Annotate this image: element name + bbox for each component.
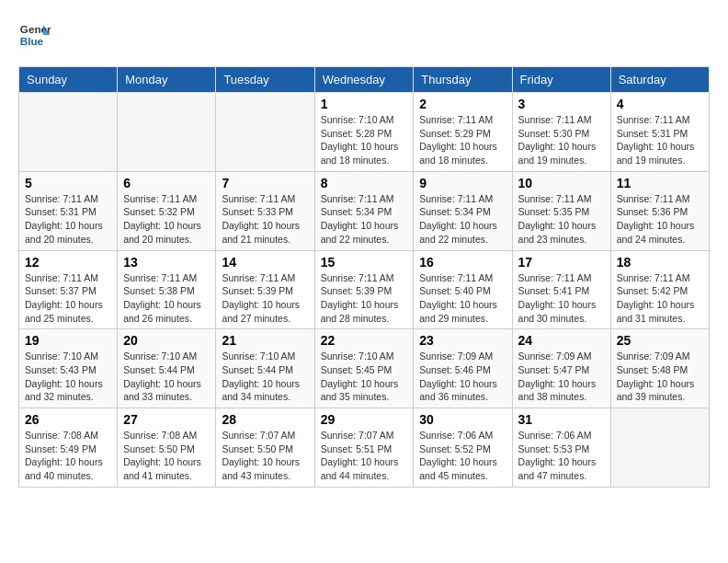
calendar-day-cell: 6Sunrise: 7:11 AMSunset: 5:32 PMDaylight… bbox=[118, 171, 216, 250]
calendar-day-cell: 31Sunrise: 7:06 AMSunset: 5:53 PMDayligh… bbox=[512, 408, 610, 488]
calendar-header-monday: Monday bbox=[118, 67, 216, 93]
calendar-week-row: 1Sunrise: 7:10 AMSunset: 5:28 PMDaylight… bbox=[19, 93, 710, 172]
calendar-day-cell: 14Sunrise: 7:11 AMSunset: 5:39 PMDayligh… bbox=[216, 250, 314, 329]
day-info: Sunrise: 7:10 AMSunset: 5:45 PMDaylight:… bbox=[321, 350, 408, 404]
logo-icon: General Blue bbox=[18, 18, 51, 52]
calendar-day-cell: 29Sunrise: 7:07 AMSunset: 5:51 PMDayligh… bbox=[314, 408, 414, 488]
day-number: 16 bbox=[419, 255, 506, 270]
day-number: 18 bbox=[617, 255, 703, 270]
calendar-day-cell: 11Sunrise: 7:11 AMSunset: 5:36 PMDayligh… bbox=[610, 171, 709, 250]
calendar-day-cell: 8Sunrise: 7:11 AMSunset: 5:34 PMDaylight… bbox=[314, 171, 414, 250]
calendar-day-cell: 25Sunrise: 7:09 AMSunset: 5:48 PMDayligh… bbox=[610, 329, 709, 408]
calendar-day-cell: 20Sunrise: 7:10 AMSunset: 5:44 PMDayligh… bbox=[118, 329, 216, 408]
calendar-day-cell: 10Sunrise: 7:11 AMSunset: 5:35 PMDayligh… bbox=[512, 171, 610, 250]
day-info: Sunrise: 7:11 AMSunset: 5:39 PMDaylight:… bbox=[222, 271, 308, 326]
calendar-day-cell: 19Sunrise: 7:10 AMSunset: 5:43 PMDayligh… bbox=[19, 329, 118, 408]
day-info: Sunrise: 7:11 AMSunset: 5:29 PMDaylight:… bbox=[419, 113, 506, 167]
day-number: 3 bbox=[518, 97, 605, 111]
day-number: 23 bbox=[419, 333, 506, 348]
day-info: Sunrise: 7:10 AMSunset: 5:44 PMDaylight:… bbox=[123, 350, 210, 404]
day-info: Sunrise: 7:06 AMSunset: 5:52 PMDaylight:… bbox=[419, 429, 506, 483]
day-info: Sunrise: 7:11 AMSunset: 5:41 PMDaylight:… bbox=[518, 271, 605, 326]
calendar-day-cell bbox=[216, 93, 314, 172]
calendar-header-row: SundayMondayTuesdayWednesdayThursdayFrid… bbox=[19, 67, 710, 93]
calendar-day-cell: 15Sunrise: 7:11 AMSunset: 5:39 PMDayligh… bbox=[314, 250, 414, 329]
day-info: Sunrise: 7:11 AMSunset: 5:35 PMDaylight:… bbox=[518, 192, 605, 247]
day-info: Sunrise: 7:06 AMSunset: 5:53 PMDaylight:… bbox=[518, 429, 605, 483]
day-number: 6 bbox=[123, 176, 210, 190]
day-info: Sunrise: 7:11 AMSunset: 5:31 PMDaylight:… bbox=[617, 113, 703, 167]
calendar-day-cell: 3Sunrise: 7:11 AMSunset: 5:30 PMDaylight… bbox=[512, 93, 610, 172]
calendar-header-friday: Friday bbox=[512, 67, 610, 93]
day-number: 12 bbox=[25, 255, 111, 270]
day-info: Sunrise: 7:10 AMSunset: 5:43 PMDaylight:… bbox=[25, 350, 111, 404]
calendar-day-cell: 23Sunrise: 7:09 AMSunset: 5:46 PMDayligh… bbox=[414, 329, 512, 408]
svg-text:Blue: Blue bbox=[20, 35, 44, 47]
calendar-day-cell: 4Sunrise: 7:11 AMSunset: 5:31 PMDaylight… bbox=[610, 93, 709, 172]
day-info: Sunrise: 7:11 AMSunset: 5:34 PMDaylight:… bbox=[321, 192, 408, 247]
day-number: 1 bbox=[321, 97, 408, 111]
day-number: 21 bbox=[222, 333, 308, 348]
calendar-day-cell: 24Sunrise: 7:09 AMSunset: 5:47 PMDayligh… bbox=[512, 329, 610, 408]
day-number: 27 bbox=[123, 412, 210, 427]
day-number: 8 bbox=[321, 176, 408, 190]
calendar-day-cell bbox=[610, 408, 709, 488]
day-number: 5 bbox=[25, 176, 111, 190]
calendar-week-row: 12Sunrise: 7:11 AMSunset: 5:37 PMDayligh… bbox=[19, 250, 710, 329]
day-number: 10 bbox=[518, 176, 605, 190]
day-number: 11 bbox=[617, 176, 703, 190]
calendar-day-cell: 1Sunrise: 7:10 AMSunset: 5:28 PMDaylight… bbox=[314, 93, 414, 172]
day-number: 31 bbox=[518, 412, 605, 427]
day-info: Sunrise: 7:09 AMSunset: 5:47 PMDaylight:… bbox=[518, 350, 605, 404]
page-header: General Blue bbox=[18, 18, 710, 52]
day-number: 14 bbox=[222, 255, 308, 270]
calendar-day-cell: 16Sunrise: 7:11 AMSunset: 5:40 PMDayligh… bbox=[414, 250, 512, 329]
day-info: Sunrise: 7:11 AMSunset: 5:31 PMDaylight:… bbox=[25, 192, 111, 247]
day-number: 17 bbox=[518, 255, 605, 270]
day-info: Sunrise: 7:11 AMSunset: 5:42 PMDaylight:… bbox=[617, 271, 703, 326]
calendar-week-row: 19Sunrise: 7:10 AMSunset: 5:43 PMDayligh… bbox=[19, 329, 710, 408]
day-info: Sunrise: 7:10 AMSunset: 5:44 PMDaylight:… bbox=[222, 350, 308, 404]
day-info: Sunrise: 7:07 AMSunset: 5:50 PMDaylight:… bbox=[222, 429, 308, 483]
day-info: Sunrise: 7:11 AMSunset: 5:32 PMDaylight:… bbox=[123, 192, 210, 247]
day-info: Sunrise: 7:09 AMSunset: 5:48 PMDaylight:… bbox=[617, 350, 703, 404]
day-number: 28 bbox=[222, 412, 308, 427]
calendar-week-row: 5Sunrise: 7:11 AMSunset: 5:31 PMDaylight… bbox=[19, 171, 710, 250]
calendar-header-sunday: Sunday bbox=[19, 67, 118, 93]
calendar-day-cell: 18Sunrise: 7:11 AMSunset: 5:42 PMDayligh… bbox=[610, 250, 709, 329]
day-number: 29 bbox=[321, 412, 408, 427]
day-number: 22 bbox=[321, 333, 408, 348]
day-number: 15 bbox=[321, 255, 408, 270]
day-info: Sunrise: 7:11 AMSunset: 5:36 PMDaylight:… bbox=[617, 192, 703, 247]
calendar-day-cell: 9Sunrise: 7:11 AMSunset: 5:34 PMDaylight… bbox=[414, 171, 512, 250]
day-info: Sunrise: 7:11 AMSunset: 5:34 PMDaylight:… bbox=[419, 192, 506, 247]
calendar-header-tuesday: Tuesday bbox=[216, 67, 314, 93]
day-info: Sunrise: 7:11 AMSunset: 5:37 PMDaylight:… bbox=[25, 271, 111, 326]
logo: General Blue bbox=[18, 18, 51, 52]
calendar-day-cell: 2Sunrise: 7:11 AMSunset: 5:29 PMDaylight… bbox=[414, 93, 512, 172]
day-number: 13 bbox=[123, 255, 210, 270]
calendar-day-cell bbox=[118, 93, 216, 172]
calendar-day-cell: 12Sunrise: 7:11 AMSunset: 5:37 PMDayligh… bbox=[19, 250, 118, 329]
calendar-day-cell: 22Sunrise: 7:10 AMSunset: 5:45 PMDayligh… bbox=[314, 329, 414, 408]
day-number: 19 bbox=[25, 333, 111, 348]
calendar-day-cell: 13Sunrise: 7:11 AMSunset: 5:38 PMDayligh… bbox=[118, 250, 216, 329]
calendar-day-cell: 28Sunrise: 7:07 AMSunset: 5:50 PMDayligh… bbox=[216, 408, 314, 488]
day-info: Sunrise: 7:10 AMSunset: 5:28 PMDaylight:… bbox=[321, 113, 408, 167]
day-number: 26 bbox=[25, 412, 111, 427]
day-number: 9 bbox=[419, 176, 506, 190]
day-number: 2 bbox=[419, 97, 506, 111]
calendar-header-thursday: Thursday bbox=[414, 67, 512, 93]
day-number: 7 bbox=[222, 176, 308, 190]
calendar-week-row: 26Sunrise: 7:08 AMSunset: 5:49 PMDayligh… bbox=[19, 408, 710, 488]
day-number: 30 bbox=[419, 412, 506, 427]
calendar-day-cell: 5Sunrise: 7:11 AMSunset: 5:31 PMDaylight… bbox=[19, 171, 118, 250]
day-info: Sunrise: 7:11 AMSunset: 5:33 PMDaylight:… bbox=[222, 192, 308, 247]
calendar-header-wednesday: Wednesday bbox=[314, 67, 414, 93]
calendar-header-saturday: Saturday bbox=[610, 67, 709, 93]
day-info: Sunrise: 7:08 AMSunset: 5:50 PMDaylight:… bbox=[123, 429, 210, 483]
calendar-day-cell: 17Sunrise: 7:11 AMSunset: 5:41 PMDayligh… bbox=[512, 250, 610, 329]
day-number: 20 bbox=[123, 333, 210, 348]
calendar-day-cell: 7Sunrise: 7:11 AMSunset: 5:33 PMDaylight… bbox=[216, 171, 314, 250]
day-info: Sunrise: 7:09 AMSunset: 5:46 PMDaylight:… bbox=[419, 350, 506, 404]
